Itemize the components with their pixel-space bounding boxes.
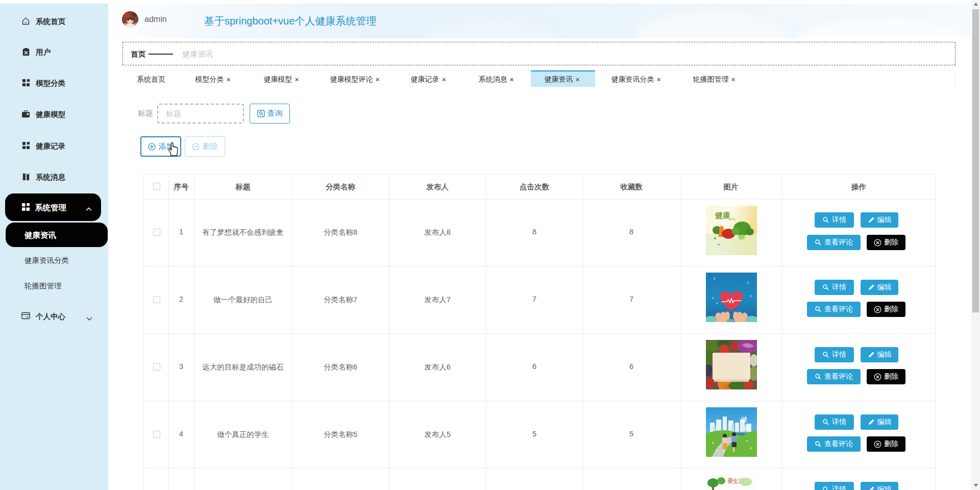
svg-text:康: 康 [744,424,750,431]
svg-text:健: 健 [741,415,747,423]
svg-text:健康: 健康 [715,211,730,219]
